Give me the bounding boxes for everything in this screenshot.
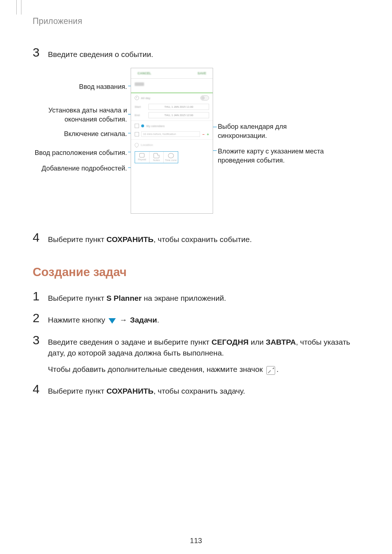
phone-notification-row: 10 mins before, Notification – + [131,130,213,138]
notes-icon [154,153,159,158]
page-number: 113 [0,537,392,545]
step-number: 3 [33,46,48,58]
section1-step4: 4 Выберите пункт СОХРАНИТЬ, чтобы сохран… [33,231,359,245]
phone-title-field [131,79,213,93]
phone-location-row: Location [131,141,213,149]
add-notification-icon: + [207,132,209,136]
step-number: 4 [33,383,48,395]
callout-dates: Установка даты начала и окончания событи… [33,106,127,124]
end-label: End [135,114,146,117]
expand-details-icon [266,366,275,375]
step-number: 1 [33,290,48,302]
step-text: Введите сведения о событии. [48,46,359,60]
callout-details: Добавление подробностей. [41,164,127,173]
step-number: 3 [33,334,48,346]
step-text: Выберите пункт S Planner на экране прило… [48,290,359,304]
section1-step3: 3 Введите сведения о событии. [33,46,359,60]
phone-mockup: CANCEL SAVE All day Start THU, 1 JAN 201… [131,68,213,214]
timezone-icon [168,153,174,158]
repeat-icon [139,153,144,157]
phone-header: CANCEL SAVE [131,68,213,79]
section2-step1: 1 Выберите пункт S Planner на экране при… [33,290,359,304]
remove-notification-icon: – [202,132,204,136]
event-editor-diagram: Ввод названия. Установка даты начала и о… [33,68,359,220]
breadcrumb: Приложения [33,16,359,26]
section2-step4: 4 Выберите пункт СОХРАНИТЬ, чтобы сохран… [33,383,359,397]
callout-calendar: Выбор календаря для синхронизации. [218,122,309,140]
callout-title: Ввод названия. [79,82,127,91]
location-label: Location [141,143,153,147]
calendar-icon [135,124,139,128]
calendar-label: My calendars [146,124,165,128]
allday-toggle [200,95,209,100]
cancel-button-label: CANCEL [138,71,151,75]
page-tab-marker [16,0,21,15]
location-icon [134,142,140,148]
calendar-color-dot [141,124,144,127]
title-placeholder [135,82,144,86]
save-button-label: SAVE [197,71,206,75]
start-value: THU, 1 JAN 2015 11:00 [148,104,209,110]
notification-value: 10 mins before, Notification [141,131,200,137]
phone-detail-tabs: Repeat Notes Time zone [135,151,178,163]
step-text: Введите сведения о задаче и выберите пун… [48,334,359,375]
phone-end-row: End THU, 1 JAN 2015 12:00 [131,111,213,119]
callout-map: Вложите карту с указанием места проведен… [218,147,334,165]
phone-allday-row: All day [131,93,213,103]
timezone-tab: Time zone [164,152,178,163]
section2-step2: 2 Нажмите кнопку → Задачи. [33,312,359,325]
step-text: Выберите пункт СОХРАНИТЬ, чтобы сохранит… [48,383,359,397]
step-number: 2 [33,312,48,324]
step-text: Выберите пункт СОХРАНИТЬ, чтобы сохранит… [48,231,359,245]
step-text: Нажмите кнопку → Задачи. [48,312,359,325]
notes-tab: Notes [150,152,164,163]
allday-label: All day [141,97,150,100]
start-label: Start [135,105,146,108]
end-value: THU, 1 JAN 2015 12:00 [148,112,209,118]
phone-calendar-row: My calendars [131,122,213,130]
callout-location: Ввод расположения события. [34,148,127,157]
repeat-tab: Repeat [135,152,150,163]
dropdown-triangle-icon [109,318,116,324]
step-number: 4 [33,231,48,243]
phone-start-row: Start THU, 1 JAN 2015 11:00 [131,103,213,111]
callout-alarm: Включение сигнала. [64,130,127,139]
clock-icon [135,96,139,100]
section-heading-tasks: Создание задач [33,265,359,279]
arrow-right-icon: → [119,316,127,324]
notification-icon [135,132,139,136]
section2-step3: 3 Введите сведения о задаче и выберите п… [33,334,359,375]
